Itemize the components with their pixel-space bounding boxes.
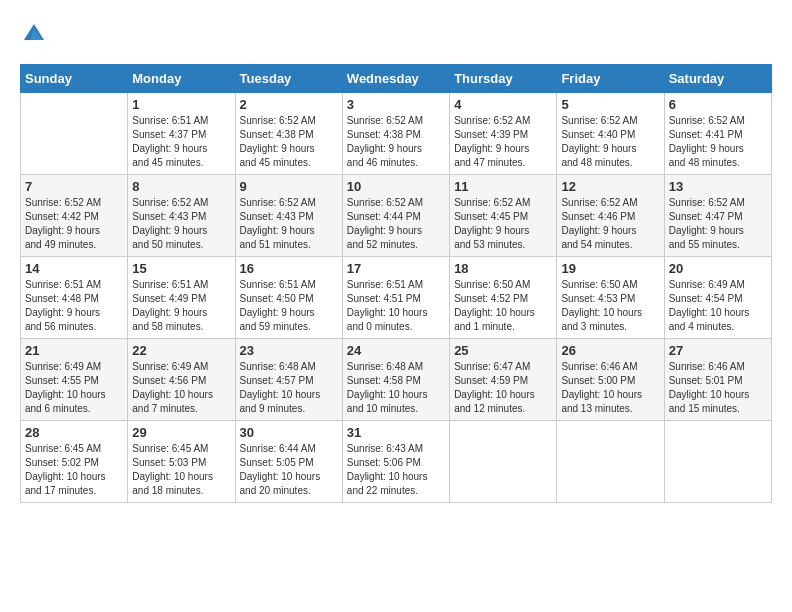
day-number: 29 bbox=[132, 425, 230, 440]
week-row-5: 28Sunrise: 6:45 AM Sunset: 5:02 PM Dayli… bbox=[21, 421, 772, 503]
day-info: Sunrise: 6:48 AM Sunset: 4:57 PM Dayligh… bbox=[240, 360, 338, 416]
day-info: Sunrise: 6:46 AM Sunset: 5:00 PM Dayligh… bbox=[561, 360, 659, 416]
day-cell: 28Sunrise: 6:45 AM Sunset: 5:02 PM Dayli… bbox=[21, 421, 128, 503]
day-number: 31 bbox=[347, 425, 445, 440]
day-info: Sunrise: 6:52 AM Sunset: 4:38 PM Dayligh… bbox=[240, 114, 338, 170]
day-cell: 24Sunrise: 6:48 AM Sunset: 4:58 PM Dayli… bbox=[342, 339, 449, 421]
column-header-friday: Friday bbox=[557, 65, 664, 93]
day-info: Sunrise: 6:47 AM Sunset: 4:59 PM Dayligh… bbox=[454, 360, 552, 416]
day-info: Sunrise: 6:51 AM Sunset: 4:51 PM Dayligh… bbox=[347, 278, 445, 334]
column-header-tuesday: Tuesday bbox=[235, 65, 342, 93]
day-number: 6 bbox=[669, 97, 767, 112]
day-cell: 25Sunrise: 6:47 AM Sunset: 4:59 PM Dayli… bbox=[450, 339, 557, 421]
day-cell: 2Sunrise: 6:52 AM Sunset: 4:38 PM Daylig… bbox=[235, 93, 342, 175]
day-cell: 18Sunrise: 6:50 AM Sunset: 4:52 PM Dayli… bbox=[450, 257, 557, 339]
day-number: 2 bbox=[240, 97, 338, 112]
day-number: 27 bbox=[669, 343, 767, 358]
day-cell: 30Sunrise: 6:44 AM Sunset: 5:05 PM Dayli… bbox=[235, 421, 342, 503]
day-number: 24 bbox=[347, 343, 445, 358]
day-number: 8 bbox=[132, 179, 230, 194]
day-number: 17 bbox=[347, 261, 445, 276]
day-cell: 29Sunrise: 6:45 AM Sunset: 5:03 PM Dayli… bbox=[128, 421, 235, 503]
day-number: 21 bbox=[25, 343, 123, 358]
day-info: Sunrise: 6:52 AM Sunset: 4:43 PM Dayligh… bbox=[132, 196, 230, 252]
day-cell: 23Sunrise: 6:48 AM Sunset: 4:57 PM Dayli… bbox=[235, 339, 342, 421]
day-cell: 13Sunrise: 6:52 AM Sunset: 4:47 PM Dayli… bbox=[664, 175, 771, 257]
day-cell: 16Sunrise: 6:51 AM Sunset: 4:50 PM Dayli… bbox=[235, 257, 342, 339]
day-cell bbox=[664, 421, 771, 503]
day-info: Sunrise: 6:52 AM Sunset: 4:38 PM Dayligh… bbox=[347, 114, 445, 170]
day-cell: 17Sunrise: 6:51 AM Sunset: 4:51 PM Dayli… bbox=[342, 257, 449, 339]
day-cell: 3Sunrise: 6:52 AM Sunset: 4:38 PM Daylig… bbox=[342, 93, 449, 175]
day-info: Sunrise: 6:44 AM Sunset: 5:05 PM Dayligh… bbox=[240, 442, 338, 498]
week-row-4: 21Sunrise: 6:49 AM Sunset: 4:55 PM Dayli… bbox=[21, 339, 772, 421]
day-info: Sunrise: 6:49 AM Sunset: 4:54 PM Dayligh… bbox=[669, 278, 767, 334]
day-cell: 21Sunrise: 6:49 AM Sunset: 4:55 PM Dayli… bbox=[21, 339, 128, 421]
day-cell: 20Sunrise: 6:49 AM Sunset: 4:54 PM Dayli… bbox=[664, 257, 771, 339]
day-info: Sunrise: 6:49 AM Sunset: 4:55 PM Dayligh… bbox=[25, 360, 123, 416]
day-cell: 10Sunrise: 6:52 AM Sunset: 4:44 PM Dayli… bbox=[342, 175, 449, 257]
day-info: Sunrise: 6:52 AM Sunset: 4:46 PM Dayligh… bbox=[561, 196, 659, 252]
page-header bbox=[20, 20, 772, 48]
day-info: Sunrise: 6:52 AM Sunset: 4:39 PM Dayligh… bbox=[454, 114, 552, 170]
logo-icon bbox=[20, 20, 48, 48]
day-number: 13 bbox=[669, 179, 767, 194]
day-info: Sunrise: 6:50 AM Sunset: 4:53 PM Dayligh… bbox=[561, 278, 659, 334]
column-header-wednesday: Wednesday bbox=[342, 65, 449, 93]
day-cell: 26Sunrise: 6:46 AM Sunset: 5:00 PM Dayli… bbox=[557, 339, 664, 421]
day-info: Sunrise: 6:52 AM Sunset: 4:41 PM Dayligh… bbox=[669, 114, 767, 170]
day-number: 3 bbox=[347, 97, 445, 112]
day-number: 7 bbox=[25, 179, 123, 194]
day-cell: 5Sunrise: 6:52 AM Sunset: 4:40 PM Daylig… bbox=[557, 93, 664, 175]
column-header-monday: Monday bbox=[128, 65, 235, 93]
day-number: 1 bbox=[132, 97, 230, 112]
day-number: 10 bbox=[347, 179, 445, 194]
header-row: SundayMondayTuesdayWednesdayThursdayFrid… bbox=[21, 65, 772, 93]
day-cell: 4Sunrise: 6:52 AM Sunset: 4:39 PM Daylig… bbox=[450, 93, 557, 175]
day-number: 5 bbox=[561, 97, 659, 112]
day-cell bbox=[557, 421, 664, 503]
day-number: 16 bbox=[240, 261, 338, 276]
day-info: Sunrise: 6:52 AM Sunset: 4:44 PM Dayligh… bbox=[347, 196, 445, 252]
day-info: Sunrise: 6:45 AM Sunset: 5:03 PM Dayligh… bbox=[132, 442, 230, 498]
column-header-thursday: Thursday bbox=[450, 65, 557, 93]
day-cell: 15Sunrise: 6:51 AM Sunset: 4:49 PM Dayli… bbox=[128, 257, 235, 339]
day-cell: 27Sunrise: 6:46 AM Sunset: 5:01 PM Dayli… bbox=[664, 339, 771, 421]
day-number: 19 bbox=[561, 261, 659, 276]
day-number: 18 bbox=[454, 261, 552, 276]
day-info: Sunrise: 6:51 AM Sunset: 4:37 PM Dayligh… bbox=[132, 114, 230, 170]
day-info: Sunrise: 6:45 AM Sunset: 5:02 PM Dayligh… bbox=[25, 442, 123, 498]
day-number: 4 bbox=[454, 97, 552, 112]
day-number: 15 bbox=[132, 261, 230, 276]
day-number: 25 bbox=[454, 343, 552, 358]
day-number: 26 bbox=[561, 343, 659, 358]
column-header-sunday: Sunday bbox=[21, 65, 128, 93]
day-info: Sunrise: 6:51 AM Sunset: 4:48 PM Dayligh… bbox=[25, 278, 123, 334]
day-number: 11 bbox=[454, 179, 552, 194]
day-number: 9 bbox=[240, 179, 338, 194]
day-info: Sunrise: 6:43 AM Sunset: 5:06 PM Dayligh… bbox=[347, 442, 445, 498]
logo bbox=[20, 20, 52, 48]
day-number: 23 bbox=[240, 343, 338, 358]
day-cell: 12Sunrise: 6:52 AM Sunset: 4:46 PM Dayli… bbox=[557, 175, 664, 257]
day-number: 14 bbox=[25, 261, 123, 276]
day-info: Sunrise: 6:51 AM Sunset: 4:49 PM Dayligh… bbox=[132, 278, 230, 334]
day-number: 12 bbox=[561, 179, 659, 194]
week-row-1: 1Sunrise: 6:51 AM Sunset: 4:37 PM Daylig… bbox=[21, 93, 772, 175]
day-cell: 22Sunrise: 6:49 AM Sunset: 4:56 PM Dayli… bbox=[128, 339, 235, 421]
day-info: Sunrise: 6:52 AM Sunset: 4:45 PM Dayligh… bbox=[454, 196, 552, 252]
day-info: Sunrise: 6:46 AM Sunset: 5:01 PM Dayligh… bbox=[669, 360, 767, 416]
day-cell: 14Sunrise: 6:51 AM Sunset: 4:48 PM Dayli… bbox=[21, 257, 128, 339]
week-row-3: 14Sunrise: 6:51 AM Sunset: 4:48 PM Dayli… bbox=[21, 257, 772, 339]
calendar-table: SundayMondayTuesdayWednesdayThursdayFrid… bbox=[20, 64, 772, 503]
day-cell: 31Sunrise: 6:43 AM Sunset: 5:06 PM Dayli… bbox=[342, 421, 449, 503]
day-info: Sunrise: 6:51 AM Sunset: 4:50 PM Dayligh… bbox=[240, 278, 338, 334]
day-info: Sunrise: 6:49 AM Sunset: 4:56 PM Dayligh… bbox=[132, 360, 230, 416]
day-number: 30 bbox=[240, 425, 338, 440]
day-info: Sunrise: 6:52 AM Sunset: 4:40 PM Dayligh… bbox=[561, 114, 659, 170]
day-cell bbox=[21, 93, 128, 175]
day-cell: 7Sunrise: 6:52 AM Sunset: 4:42 PM Daylig… bbox=[21, 175, 128, 257]
day-number: 20 bbox=[669, 261, 767, 276]
day-info: Sunrise: 6:52 AM Sunset: 4:42 PM Dayligh… bbox=[25, 196, 123, 252]
day-number: 28 bbox=[25, 425, 123, 440]
